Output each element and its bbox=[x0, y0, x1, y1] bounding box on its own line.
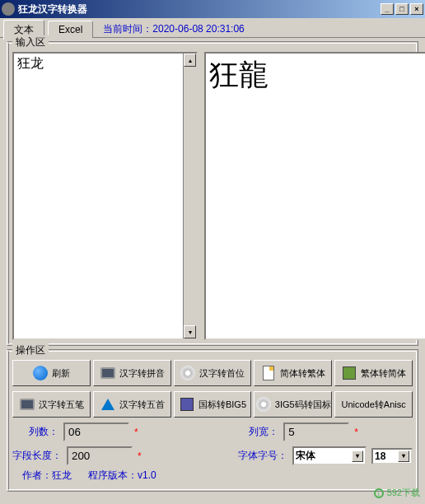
tab-excel[interactable]: Excel bbox=[48, 21, 93, 38]
asterisk-icon: * bbox=[354, 427, 358, 438]
footer: 作者：狂龙 程序版本：v1.0 bbox=[12, 465, 413, 486]
input-legend: 输入区 bbox=[12, 35, 49, 49]
output-textarea[interactable]: 狂龍 bbox=[206, 54, 425, 338]
button-row-2: 汉字转五笔 汉字转五首 国标转BIG5 3IG5码转国标 Unicode转Ani… bbox=[12, 391, 413, 418]
titlebar: 狂龙汉字转换器 _ □ × bbox=[0, 0, 425, 18]
font-size-combo[interactable]: 18 ▾ bbox=[371, 448, 413, 464]
square-icon bbox=[341, 365, 357, 381]
cd-icon bbox=[255, 396, 272, 413]
hanzi-pinyin-button[interactable]: 汉字转拼音 bbox=[93, 360, 171, 386]
input-scrollbar[interactable]: ▴ ▾ bbox=[183, 54, 196, 338]
hanzi-shouwei-button[interactable]: 汉字转首位 bbox=[174, 360, 252, 386]
lieshu-label: 列数： bbox=[12, 425, 58, 439]
liekuan-label: 列宽： bbox=[232, 425, 278, 439]
download-icon: ↓ bbox=[374, 488, 384, 498]
app-icon bbox=[2, 2, 15, 16]
tab-bar: 文本 Excel 当前时间：2020-06-08 20:31:06 bbox=[0, 18, 425, 38]
simp-trad-button[interactable]: 简体转繁体 bbox=[254, 360, 332, 386]
big5-guobiao-button[interactable]: 3IG5码转国标 bbox=[254, 391, 332, 418]
refresh-button[interactable]: 刷新 bbox=[12, 360, 91, 386]
trad-simp-button[interactable]: 繁体转简体 bbox=[334, 360, 413, 386]
ziduan-label: 字段长度： bbox=[12, 449, 62, 463]
ziduan-input[interactable] bbox=[67, 446, 133, 465]
ziti-label: 字体字号： bbox=[238, 449, 287, 463]
input-textarea[interactable]: 狂龙 bbox=[14, 54, 183, 338]
maximize-button[interactable]: □ bbox=[395, 3, 409, 15]
action-legend: 操作区 bbox=[12, 343, 49, 357]
hanzi-wubi-button[interactable]: 汉字转五笔 bbox=[12, 391, 91, 418]
globe-icon bbox=[32, 365, 49, 381]
doc-icon bbox=[260, 365, 277, 381]
button-row-1: 刷新 汉字转拼音 汉字转首位 简体转繁体 繁体转简体 bbox=[12, 360, 413, 386]
hanzi-wushou-button[interactable]: 汉字转五首 bbox=[93, 391, 171, 418]
scroll-down-icon[interactable]: ▾ bbox=[184, 325, 196, 338]
monitor-icon bbox=[19, 396, 35, 413]
scroll-up-icon[interactable]: ▴ bbox=[184, 54, 196, 67]
guobiao-big5-button[interactable]: 国标转BIG5 bbox=[174, 391, 252, 418]
input-textarea-wrap: 狂龙 ▴ ▾ bbox=[12, 52, 198, 340]
timestamp: 当前时间：2020-06-08 20:31:06 bbox=[103, 22, 244, 36]
font-name-combo[interactable]: 宋体 ▾ bbox=[292, 446, 367, 465]
triangle-icon bbox=[100, 396, 116, 413]
monitor-icon bbox=[100, 365, 116, 381]
chevron-down-icon: ▾ bbox=[398, 450, 409, 462]
watermark: ↓ 592下载 bbox=[374, 487, 420, 499]
action-fieldset: 操作区 刷新 汉字转拼音 汉字转首位 简体转繁体 繁体转简体 bbox=[7, 349, 418, 492]
cd-icon bbox=[180, 365, 196, 381]
window-title: 狂龙汉字转换器 bbox=[18, 2, 381, 16]
lieshu-input[interactable] bbox=[63, 422, 129, 441]
asterisk-icon: * bbox=[138, 450, 142, 462]
liekuan-input[interactable] bbox=[283, 422, 349, 441]
asterisk-icon: * bbox=[134, 427, 138, 438]
input-fieldset: 输入区 狂龙 ▴ ▾ 狂龍 ▴ ▾ bbox=[7, 41, 418, 346]
unicode-anisc-button[interactable]: Unicode转Anisc bbox=[334, 391, 413, 418]
close-button[interactable]: × bbox=[410, 3, 423, 15]
output-textarea-wrap: 狂龍 ▴ ▾ bbox=[204, 52, 425, 340]
minimize-button[interactable]: _ bbox=[381, 3, 394, 15]
chevron-down-icon: ▾ bbox=[352, 450, 363, 462]
book-icon bbox=[179, 396, 195, 413]
